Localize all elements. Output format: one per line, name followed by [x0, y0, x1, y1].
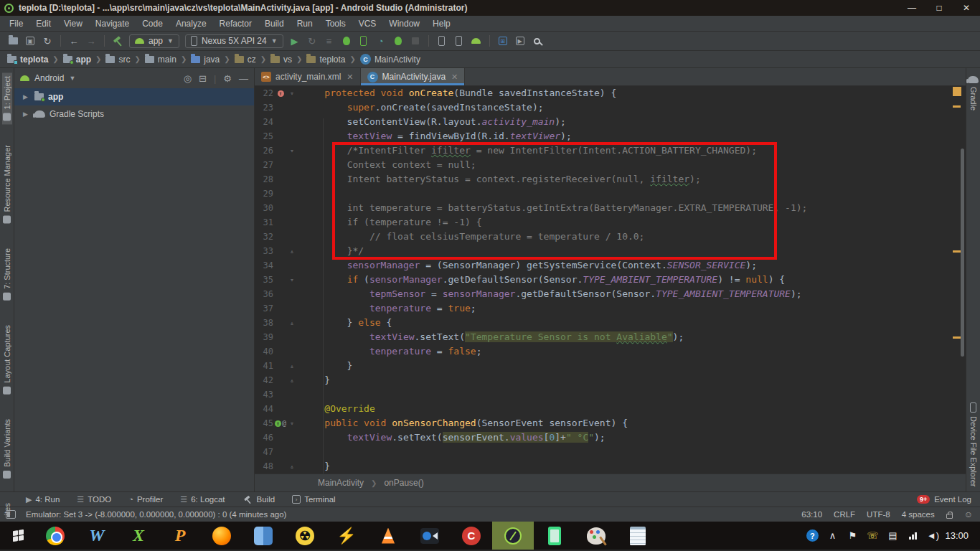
taskbar-nuclear[interactable]: ☢	[284, 522, 326, 550]
taskbar-android-studio[interactable]	[492, 522, 534, 550]
code-line-31[interactable]: 31 if (temperature != -1) {	[255, 215, 966, 230]
code-line-37[interactable]: 37 tenperature = true;	[255, 301, 966, 316]
taskbar-excel[interactable]: X	[118, 522, 159, 550]
back-button[interactable]: ←	[68, 34, 80, 47]
menu-edit[interactable]: Edit	[29, 17, 57, 30]
close-tab-icon[interactable]: ✕	[347, 72, 353, 82]
tree-item-gradle-scripts[interactable]: ▶Gradle Scripts	[14, 105, 254, 123]
code-line-48[interactable]: 48▵ }	[255, 459, 966, 474]
avd-manager-button[interactable]	[436, 34, 448, 47]
tray-flag-icon[interactable]: ⚑	[846, 530, 859, 541]
code-line-43[interactable]: 43	[255, 387, 966, 402]
expand-chevron-icon[interactable]: ▶	[23, 110, 30, 118]
indent-setting[interactable]: 4 spaces	[902, 510, 935, 519]
fold-marker-icon[interactable]: ▿	[288, 273, 296, 287]
code-line-24[interactable]: 24 setContentView(R.layout.activity_main…	[255, 115, 966, 129]
sidebar-item-gradle[interactable]: Gradle	[967, 72, 979, 114]
taskbar-powerpoint[interactable]: P	[159, 522, 201, 550]
profiler-button[interactable]: ◔	[375, 34, 387, 47]
error-stripe-indicator[interactable]	[953, 87, 961, 96]
code-editor[interactable]: 22↑▿ protected void onCreate(Bundle save…	[255, 86, 966, 474]
taskbar-windows-start[interactable]	[1, 522, 34, 550]
window-maximize-button[interactable]: □	[925, 0, 953, 16]
breadcrumb-item-src[interactable]: src	[105, 55, 130, 65]
device-selector[interactable]: Nexus 5X API 24▼	[185, 34, 283, 48]
taskbar-paint[interactable]	[575, 522, 617, 550]
code-line-38[interactable]: 38▵ } else {	[255, 316, 966, 330]
breadcrumb-item-vs[interactable]: vs	[270, 55, 292, 65]
taskbar-word[interactable]: W	[76, 522, 118, 550]
toolwindow-toggle-icon[interactable]	[6, 510, 16, 519]
overriding-method-icon[interactable]: ↑	[275, 420, 281, 427]
tray-phone-icon[interactable]: ☏	[866, 530, 879, 541]
taskbar-chrome[interactable]	[34, 522, 76, 550]
attach-debugger-button[interactable]	[358, 34, 369, 47]
readonly-lock-icon[interactable]	[946, 514, 953, 519]
editor-crumb-MainActivity[interactable]: MainActivity	[318, 478, 364, 488]
code-line-33[interactable]: 33▵ }*/	[255, 244, 966, 258]
taskbar-clock[interactable]: 13:00	[939, 530, 979, 541]
settings-gear-icon[interactable]: ⚙	[223, 73, 232, 84]
menu-run[interactable]: Run	[291, 17, 319, 30]
fold-marker-icon[interactable]: ▵	[288, 373, 296, 387]
breadcrumb-item-main[interactable]: main	[145, 55, 176, 65]
code-line-42[interactable]: 42▵ }	[255, 373, 966, 387]
toolwindow-profiler[interactable]: ◔Profiler	[128, 494, 163, 505]
code-line-29[interactable]: 29	[255, 187, 966, 201]
menu-view[interactable]: View	[57, 17, 89, 30]
menu-code[interactable]: Code	[136, 17, 169, 30]
event-log-button[interactable]: 9+ Event Log	[917, 495, 971, 504]
sidebar-item----structure[interactable]: 7: Structure	[2, 245, 12, 304]
menu-navigate[interactable]: Navigate	[89, 17, 136, 30]
tray-tray-expand-icon[interactable]: ∧	[826, 530, 839, 541]
code-line-44[interactable]: 44 @Override	[255, 402, 966, 416]
collapse-all-button[interactable]: ⊟	[199, 73, 207, 84]
sync-button[interactable]: ↻	[42, 34, 53, 47]
window-close-button[interactable]: ✕	[953, 0, 980, 16]
code-line-26[interactable]: 26▿ /*IntentFilter ifilter = new IntentF…	[255, 143, 966, 158]
fold-marker-icon[interactable]: ▵	[288, 359, 296, 373]
hide-panel-button[interactable]: —	[239, 73, 248, 84]
code-line-23[interactable]: 23 super.onCreate(savedInstanceState);	[255, 100, 966, 115]
breadcrumb-item-mainactivity[interactable]: CMainActivity	[360, 54, 420, 65]
taskbar-winamp[interactable]: ⚡	[326, 522, 367, 550]
toolwindow-terminal[interactable]: ›Terminal	[292, 494, 335, 505]
code-line-47[interactable]: 47	[255, 445, 966, 459]
save-all-button[interactable]: ▣	[24, 34, 36, 47]
taskbar-ccleaner[interactable]: C	[451, 522, 492, 550]
code-line-34[interactable]: 34 sensorManager = (SensorManager) getSy…	[255, 258, 966, 273]
layout-inspector-button[interactable]: ▶	[514, 34, 526, 47]
fold-marker-icon[interactable]: ▵	[288, 316, 296, 330]
close-tab-icon[interactable]: ✕	[451, 72, 458, 82]
search-everywhere-button[interactable]	[532, 34, 543, 47]
code-line-32[interactable]: 32 // float celsiusTemperature = tempera…	[255, 230, 966, 244]
debug-button[interactable]	[341, 34, 352, 47]
breadcrumb-item-teplota[interactable]: teplota	[306, 55, 345, 65]
fold-marker-icon[interactable]: ▿	[288, 86, 296, 100]
line-ending[interactable]: CRLF	[834, 510, 855, 519]
code-line-40[interactable]: 40 tenperature = false;	[255, 344, 966, 359]
sidebar-item-layout-captures[interactable]: Layout Captures	[2, 321, 12, 398]
device-manager-button[interactable]	[453, 34, 465, 47]
code-line-30[interactable]: 30 int temperature = batteryStatus.getIn…	[255, 201, 966, 215]
fold-marker-icon[interactable]: ▿	[288, 143, 296, 158]
tray-clipboard-icon[interactable]: ▤	[886, 530, 899, 541]
editor-scrollbar[interactable]	[961, 149, 964, 357]
editor-crumb-onPause[interactable]: onPause()	[384, 478, 423, 488]
toolwindow----run[interactable]: ▶4: Run	[26, 494, 60, 505]
toolwindow----logcat[interactable]: ☰6: Logcat	[180, 494, 225, 505]
tray-volume-icon[interactable]: ◄)	[926, 530, 939, 541]
code-line-35[interactable]: 35▿ if (sensorManager.getDefaultSensor(S…	[255, 273, 966, 287]
sidebar-item-resource-manager[interactable]: Resource Manager	[2, 141, 12, 227]
tab-mainactivity.java[interactable]: CMainActivity.java✕	[361, 68, 466, 85]
chevron-down-icon[interactable]: ▼	[69, 75, 75, 82]
annotation-gutter-icon[interactable]: @	[282, 416, 286, 430]
menu-build[interactable]: Build	[258, 17, 291, 30]
code-line-27[interactable]: 27 Context context = null;	[255, 158, 966, 172]
breadcrumb-item-cz[interactable]: cz	[235, 55, 256, 65]
warning-stripe-mark[interactable]	[953, 105, 961, 108]
code-line-46[interactable]: 46 textView.setText(sensorEvent.values[0…	[255, 430, 966, 445]
menu-tools[interactable]: Tools	[319, 17, 352, 30]
locate-file-button[interactable]: ◎	[184, 73, 192, 84]
caret-position[interactable]: 63:10	[801, 510, 822, 519]
